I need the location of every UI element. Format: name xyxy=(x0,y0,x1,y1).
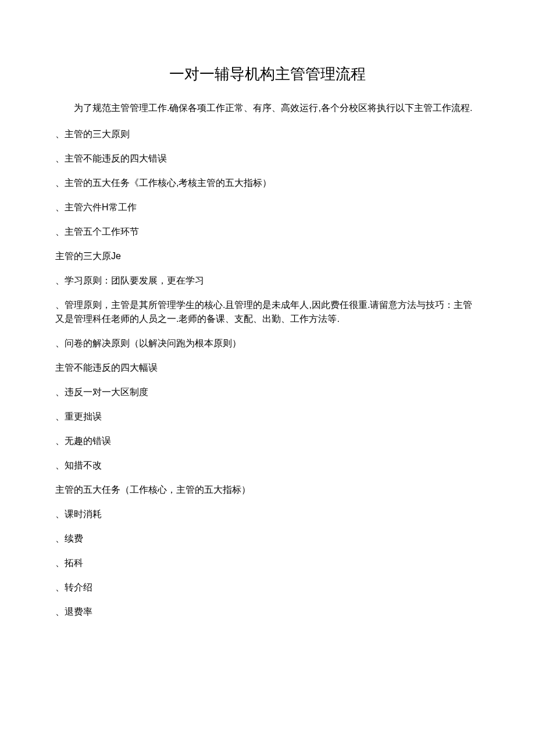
section1-item: 、学习原则：团队要发展，更在学习 xyxy=(55,274,480,288)
intro-paragraph: 为了规范主管管理工作.确保各项工作正常、有序、高效运行,各个分校区将执行以下主管… xyxy=(55,101,480,116)
section-header-1: 主管的三大原Je xyxy=(55,249,480,263)
outline-item: 、主管不能违反的四大错误 xyxy=(55,152,480,166)
section2-item: 、违反一对一大区制度 xyxy=(55,385,480,399)
section3-item: 、拓科 xyxy=(55,556,480,570)
section1-item: 、问卷的解决原则（以解决问跑为根本原则） xyxy=(55,336,480,350)
section2-item: 、无趣的错误 xyxy=(55,434,480,448)
section1-item: 、管理原则，主管是其所管理学生的核心.且管理的是未成年人,因此费任很重.请留意方… xyxy=(55,298,480,326)
outline-item: 、主管的三大原则 xyxy=(55,127,480,141)
section3-item: 、转介绍 xyxy=(55,581,480,594)
outline-item: 、主管五个工作环节 xyxy=(55,225,480,239)
section3-item: 、续费 xyxy=(55,532,480,546)
outline-item: 、主管的五大任务《工作核心,考核主管的五大指标） xyxy=(55,176,480,190)
section-header-3: 主管的五大任务（工作核心，主管的五大指标） xyxy=(55,483,480,497)
section2-item: 、知措不改 xyxy=(55,458,480,472)
document-title: 一对一辅导机构主管管理流程 xyxy=(55,64,480,84)
section3-item: 、课时消耗 xyxy=(55,507,480,521)
section-header-2: 主管不能违反的四大幅误 xyxy=(55,361,480,375)
section2-item: 、重更拙误 xyxy=(55,410,480,424)
outline-item: 、主管六件H常工作 xyxy=(55,200,480,214)
section3-item: 、退费率 xyxy=(55,605,480,619)
